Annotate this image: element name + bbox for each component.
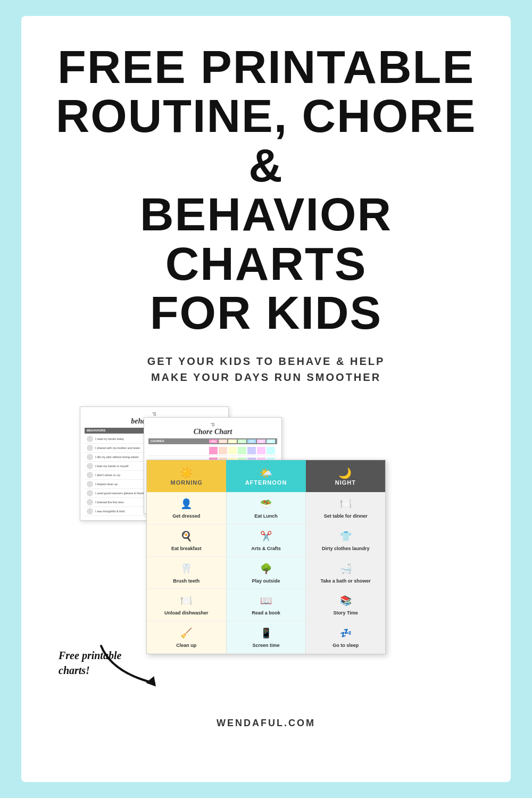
routine-item-text: Unload dishwasher — [164, 610, 209, 617]
routine-item-icon: 🍽️ — [179, 593, 194, 608]
routine-body: 👤Get dressed🍳Eat breakfast🦷Brush teeth🍽️… — [147, 492, 385, 653]
routine-item: ✂️Arts & Crafts — [227, 525, 306, 557]
chore-chart-title: Chore Chart — [148, 428, 277, 436]
routine-item-icon: 🌳 — [259, 561, 273, 576]
routine-item-text: Dirty clothes laundry — [322, 546, 370, 552]
routine-item-text: Play outside — [252, 578, 280, 585]
routine-item: 📱Screen time — [227, 621, 306, 654]
website-footer: WENDAFUL.COM — [53, 710, 479, 737]
routine-item-text: Take a bath or shower — [321, 578, 371, 585]
routine-item: 🛁Take a bath or shower — [306, 557, 385, 589]
night-icon: 🌙 — [310, 467, 381, 479]
chore-chart-header: CHORES SUN MON TUE WED THU FRI SAT — [148, 438, 277, 444]
routine-chart-preview: ☀️ MORNING 🌤️ AFTERNOON 🌙 NIGHT 👤Get dre… — [146, 460, 386, 654]
routine-item: 📖Read a book — [227, 589, 306, 621]
routine-item-icon: 🧹 — [179, 626, 194, 641]
routine-item: 📚Story Time — [306, 589, 385, 621]
afternoon-header: 🌤️ AFTERNOON — [226, 460, 305, 492]
behavior-row-icon — [87, 481, 93, 487]
routine-item-text: Get dressed — [172, 513, 200, 520]
routine-item: 👕Dirty clothes laundry — [306, 525, 385, 557]
routine-item-text: Set table for dinner — [324, 513, 368, 520]
routine-afternoon-col: 🥗Eat Lunch✂️Arts & Crafts🌳Play outside📖R… — [227, 492, 306, 653]
routine-item-icon: 📖 — [259, 593, 273, 608]
routine-item-icon: 👕 — [338, 529, 353, 544]
chore-cell — [219, 447, 227, 454]
routine-item: 💤Go to sleep — [306, 621, 385, 654]
arrow-icon — [96, 641, 165, 694]
routine-item: 🌳Play outside — [227, 557, 306, 589]
chore-chart-name: 'S — [148, 422, 277, 427]
routine-item-text: Story Time — [334, 610, 358, 617]
routine-item-text: Go to sleep — [332, 643, 359, 649]
routine-morning-col: 👤Get dressed🍳Eat breakfast🦷Brush teeth🍽️… — [147, 492, 227, 653]
chore-cell — [267, 447, 275, 454]
morning-icon: ☀️ — [151, 467, 222, 479]
routine-item-text: Brush teeth — [173, 578, 200, 585]
main-title: FREE PRINTABLE ROUTINE, CHORE & BEHAVIOR… — [53, 43, 479, 337]
behavior-row-icon — [87, 436, 93, 442]
routine-item-text: Eat Lunch — [254, 513, 278, 520]
behavior-row-icon — [87, 454, 93, 460]
behavior-row-icon — [87, 499, 93, 505]
chore-cell — [247, 447, 256, 454]
routine-item-text: Arts & Crafts — [251, 546, 281, 552]
behavior-row-icon — [87, 445, 93, 451]
chart-preview-section: 'S behavior Chart BEHAVIORS SUN MON TUE … — [53, 406, 479, 704]
routine-item-text: Screen time — [252, 643, 279, 649]
chore-cell — [209, 447, 218, 454]
chore-row — [148, 445, 277, 456]
routine-item-icon: 🍽️ — [338, 496, 353, 511]
routine-item-icon: ✂️ — [259, 529, 273, 544]
behavior-row-icon — [87, 472, 93, 478]
behavior-chart-name: 'S — [85, 411, 224, 417]
page-container: FREE PRINTABLE ROUTINE, CHORE & BEHAVIOR… — [21, 16, 511, 782]
morning-header: ☀️ MORNING — [147, 460, 226, 492]
chore-cell — [238, 447, 246, 454]
routine-item-text: Eat breakfast — [171, 546, 202, 552]
behavior-row-icon — [87, 490, 93, 496]
routine-item: 🦷Brush teeth — [147, 557, 226, 589]
routine-item-icon: 🥗 — [259, 496, 273, 511]
routine-item-icon: 📚 — [338, 593, 353, 608]
routine-item-icon: 🦷 — [179, 561, 194, 576]
chore-cell — [257, 447, 265, 454]
routine-item-icon: 🍳 — [179, 529, 194, 544]
chore-chart-days: SUN MON TUE WED THU FRI SAT — [209, 439, 275, 443]
routine-item: 🍽️Set table for dinner — [306, 492, 385, 525]
routine-header: ☀️ MORNING 🌤️ AFTERNOON 🌙 NIGHT — [147, 460, 385, 492]
routine-item: 🍽️Unload dishwasher — [147, 589, 226, 621]
chore-row-cells — [209, 447, 275, 454]
routine-item-icon: 🛁 — [338, 561, 353, 576]
routine-item: 👤Get dressed — [147, 492, 226, 525]
chore-cell — [228, 447, 237, 454]
behavior-row-icon — [87, 463, 93, 469]
behavior-row-icon — [87, 508, 93, 514]
routine-night-col: 🍽️Set table for dinner👕Dirty clothes lau… — [306, 492, 385, 653]
routine-item: 🥗Eat Lunch — [227, 492, 306, 525]
night-header: 🌙 NIGHT — [306, 460, 385, 492]
routine-item-text: Clean up — [176, 643, 196, 649]
routine-item-icon: 📱 — [259, 626, 273, 641]
routine-item-icon: 💤 — [338, 626, 353, 641]
subtitle: GET YOUR KIDS TO BEHAVE & HELPMAKE YOUR … — [147, 353, 385, 385]
routine-item: 🍳Eat breakfast — [147, 525, 226, 557]
afternoon-icon: 🌤️ — [230, 467, 301, 479]
routine-item-icon: 👤 — [179, 496, 194, 511]
routine-item-text: Read a book — [252, 610, 280, 617]
